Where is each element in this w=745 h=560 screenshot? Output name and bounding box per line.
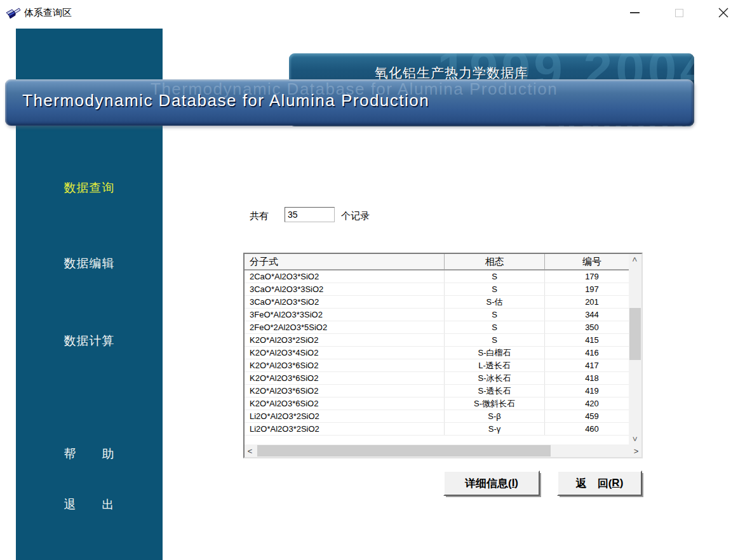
table-row[interactable]: 2CaO*Al2O3*SiO2 S 179	[245, 270, 629, 283]
cell-phase: S	[445, 283, 545, 295]
cell-phase: S-透长石	[445, 385, 545, 397]
cell-id: 415	[545, 334, 629, 346]
cell-formula: Li2O*Al2O3*2SiO2	[245, 410, 445, 422]
cell-formula: K2O*Al2O3*6SiO2	[245, 359, 445, 371]
cell-id: 417	[545, 359, 629, 371]
vertical-scroll-thumb[interactable]	[629, 308, 641, 360]
cell-formula: 2FeO*2Al2O3*5SiO2	[245, 321, 445, 333]
back-button[interactable]: 返 回(R)	[557, 470, 642, 496]
table-row[interactable]: 3CaO*Al2O3*SiO2 S-估 201	[245, 296, 629, 309]
cell-formula: K2O*Al2O3*6SiO2	[245, 385, 445, 397]
record-count-input[interactable]	[285, 207, 335, 222]
cell-id: 459	[545, 410, 629, 422]
detail-button-text: 详细信息(	[465, 476, 512, 491]
table-row[interactable]: K2O*Al2O3*4SiO2 S-白榴石 416	[245, 347, 629, 359]
titlebar: 体系查询区	[0, 0, 745, 25]
sidebar-item-data-edit[interactable]: 数据编辑	[16, 255, 163, 272]
cell-id: 179	[545, 270, 629, 283]
cell-id: 419	[545, 385, 629, 397]
cell-phase: S-微斜长石	[445, 397, 545, 410]
sidebar-item-exit[interactable]: 退 出	[16, 497, 163, 513]
cell-formula: K2O*Al2O3*4SiO2	[245, 347, 445, 359]
minimize-icon	[630, 12, 640, 13]
banner-title-english: Thermodynamic Database for Alumina Produ…	[22, 91, 429, 110]
maximize-icon	[675, 9, 683, 17]
back-button-text-end: )	[620, 477, 624, 490]
chevron-up-icon: <	[631, 257, 640, 262]
cell-id: 201	[545, 296, 629, 308]
cell-formula: K2O*Al2O3*2SiO2	[245, 334, 445, 346]
cell-phase: S-白榴石	[445, 347, 545, 359]
table-row[interactable]: Li2O*Al2O3*2SiO2 S-β 459	[245, 410, 629, 423]
cell-id: 460	[545, 423, 629, 435]
detail-button-text-end: )	[514, 477, 518, 490]
cell-formula: K2O*Al2O3*6SiO2	[245, 397, 445, 410]
table-row[interactable]: K2O*Al2O3*6SiO2 S-透长石 419	[245, 385, 629, 397]
cell-formula: 3FeO*Al2O3*3SiO2	[245, 309, 445, 321]
header-formula[interactable]: 分子式	[245, 254, 445, 269]
app-window: 体系查询区 数据查询 数据编辑 数据计算 帮 助 退 出 1999 2004 A…	[0, 0, 745, 560]
cell-formula: K2O*Al2O3*6SiO2	[245, 372, 445, 384]
cell-phase: S	[445, 334, 545, 346]
cell-phase: S-冰长石	[445, 372, 545, 384]
cell-formula: 3CaO*Al2O3*3SiO2	[245, 283, 445, 295]
window-title: 体系查询区	[24, 7, 72, 19]
cell-phase: L-透长石	[445, 359, 545, 371]
sidebar-item-data-calc[interactable]: 数据计算	[16, 333, 163, 349]
title-ribbon: Thermodynamic Database for Alumina Produ…	[5, 79, 694, 126]
table-body: 2CaO*Al2O3*SiO2 S 179 3CaO*Al2O3*3SiO2 S…	[245, 270, 629, 436]
back-button-text: 返 回(	[576, 476, 612, 491]
cell-id: 416	[545, 347, 629, 359]
cell-phase: S	[445, 321, 545, 333]
cell-phase: S-估	[445, 296, 545, 308]
cell-phase: S	[445, 309, 545, 321]
record-count-suffix-label: 个记录	[341, 210, 370, 222]
back-button-mnemonic: R	[612, 477, 619, 490]
app-icon	[6, 5, 21, 20]
scroll-left-button[interactable]: <	[245, 444, 255, 457]
vertical-scrollbar[interactable]: < <	[629, 254, 641, 444]
scroll-down-button[interactable]: <	[629, 434, 641, 444]
table-row[interactable]: K2O*Al2O3*2SiO2 S 415	[245, 334, 629, 347]
cell-phase: S	[445, 270, 545, 283]
cell-id: 344	[545, 309, 629, 321]
table-grid: 分子式 相态 编号 2CaO*Al2O3*SiO2 S 179 3CaO*Al2…	[245, 254, 629, 444]
results-table: 分子式 相态 编号 2CaO*Al2O3*SiO2 S 179 3CaO*Al2…	[243, 253, 643, 458]
cell-formula: Li2O*Al2O3*2SiO2	[245, 423, 445, 435]
close-icon	[718, 8, 728, 18]
sidebar-item-help[interactable]: 帮 助	[16, 446, 163, 462]
chevron-down-icon: <	[631, 437, 640, 442]
cell-phase: S-γ	[445, 423, 545, 435]
chevron-left-icon: <	[248, 447, 253, 455]
horizontal-scrollbar[interactable]: < >	[245, 444, 641, 457]
record-count-prefix-label: 共有	[250, 210, 269, 222]
cell-id: 420	[545, 397, 629, 410]
cell-phase: S-β	[445, 410, 545, 422]
detail-info-button[interactable]: 详细信息(I)	[443, 470, 540, 496]
scroll-up-button[interactable]: <	[629, 254, 641, 265]
minimize-button[interactable]	[620, 0, 649, 25]
table-row[interactable]: K2O*Al2O3*6SiO2 S-冰长石 418	[245, 372, 629, 385]
cell-id: 418	[545, 372, 629, 384]
table-row[interactable]: 2FeO*2Al2O3*5SiO2 S 350	[245, 321, 629, 334]
table-row[interactable]: 3CaO*Al2O3*3SiO2 S 197	[245, 283, 629, 296]
cell-id: 197	[545, 283, 629, 295]
close-button[interactable]	[709, 0, 738, 25]
scroll-right-button[interactable]: >	[631, 444, 641, 457]
table-header-row: 分子式 相态 编号	[245, 254, 629, 270]
sidebar-item-data-query[interactable]: 数据查询	[16, 180, 163, 196]
cell-formula: 2CaO*Al2O3*SiO2	[245, 270, 445, 283]
horizontal-scroll-thumb[interactable]	[257, 445, 551, 457]
cell-formula: 3CaO*Al2O3*SiO2	[245, 296, 445, 308]
chevron-right-icon: >	[634, 447, 639, 455]
table-row[interactable]: Li2O*Al2O3*2SiO2 S-γ 460	[245, 423, 629, 436]
table-row[interactable]: K2O*Al2O3*6SiO2 S-微斜长石 420	[245, 397, 629, 410]
header-id[interactable]: 编号	[545, 254, 629, 269]
table-row[interactable]: 3FeO*Al2O3*3SiO2 S 344	[245, 309, 629, 321]
maximize-button	[664, 0, 694, 25]
header-phase[interactable]: 相态	[445, 254, 545, 269]
table-row[interactable]: K2O*Al2O3*6SiO2 L-透长石 417	[245, 359, 629, 372]
cell-id: 350	[545, 321, 629, 333]
